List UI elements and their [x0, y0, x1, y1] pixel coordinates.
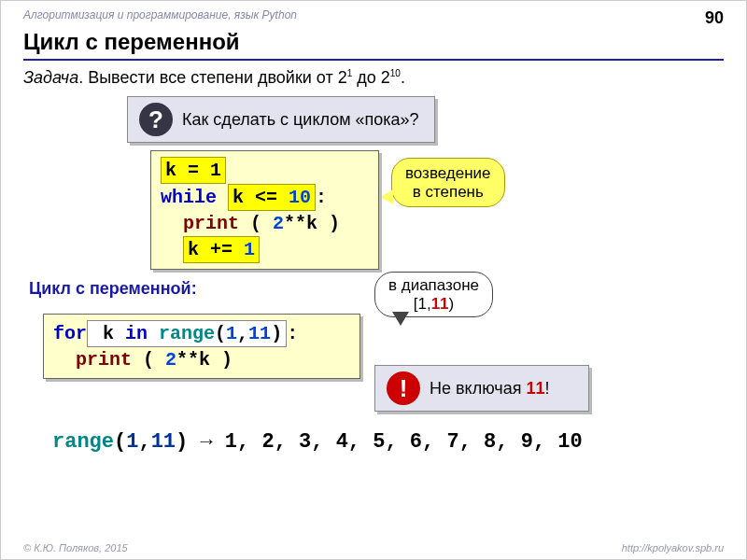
page-number: 90 — [705, 8, 724, 28]
code-while: k = 1 while k <= 10: print ( 2**k ) k +=… — [150, 150, 379, 270]
exclaim-icon: ! — [387, 371, 420, 405]
exclaim-text: Не включая 11! — [430, 379, 549, 399]
question-callout: ? Как сделать с циклом «пока»? — [127, 96, 435, 143]
subtitle: Цикл с переменной: — [29, 279, 197, 299]
footer-left: © К.Ю. Поляков, 2015 — [23, 542, 128, 553]
exclaim-callout: ! Не включая 11! — [374, 365, 589, 412]
bubble-pow-tail — [380, 189, 393, 204]
page-title: Цикл с переменной — [23, 29, 240, 55]
task-text: Задача. Вывести все степени двойки от 21… — [23, 68, 405, 88]
bubble-pow: возведениев степень — [391, 158, 505, 207]
title-rule — [23, 59, 724, 61]
question-text: Как сделать с циклом «пока»? — [182, 110, 419, 130]
question-mark-icon: ? — [139, 103, 173, 136]
footer-right: http://kpolyakov.spb.ru — [622, 542, 724, 553]
bubble-range: в диапазоне [1,11) — [374, 272, 493, 317]
code-for: for k in range(1,11): print ( 2**k ) — [43, 314, 360, 379]
header-text: Алгоритмизация и программирование, язык … — [23, 8, 297, 28]
range-expansion: range(1,11) → 1, 2, 3, 4, 5, 6, 7, 8, 9,… — [52, 430, 583, 454]
bubble-range-tail-border — [392, 312, 409, 326]
